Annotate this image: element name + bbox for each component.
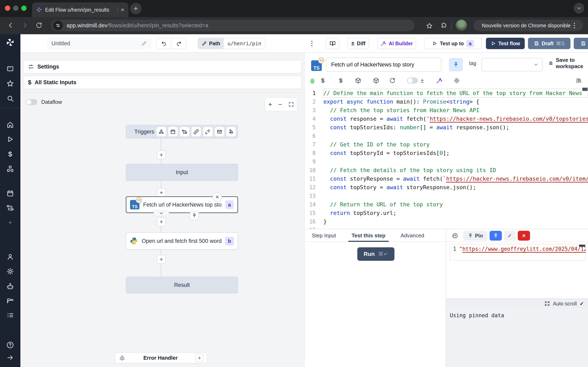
remove-step-icon[interactable]: × — [213, 192, 222, 202]
close-window-button[interactable] — [5, 6, 10, 11]
tab-close-icon[interactable]: × — [121, 6, 124, 13]
code-line[interactable]: // Return the URL of the top story — [323, 200, 588, 209]
event-trigger-icon[interactable] — [203, 127, 213, 136]
search-icon[interactable] — [6, 95, 14, 102]
profile-avatar[interactable] — [456, 20, 467, 31]
add-item-icon[interactable]: + — [8, 218, 12, 226]
fit-view-icon[interactable] — [288, 101, 294, 107]
site-info-icon[interactable] — [53, 21, 63, 30]
dataflow-toggle[interactable] — [26, 99, 37, 105]
diff-icon[interactable]: ± — [421, 77, 424, 84]
windmill-logo-icon[interactable] — [6, 38, 15, 47]
schedules-icon[interactable] — [6, 189, 14, 197]
bookmark-star-icon[interactable] — [426, 22, 433, 30]
flow-name-field[interactable]: Untitled — [47, 38, 151, 49]
input-node[interactable]: Input — [126, 164, 238, 181]
package-icon[interactable] — [355, 77, 361, 84]
ai-builder-button[interactable]: AI Builder — [377, 38, 416, 49]
code-line[interactable]: // Define the main function to fetch the… — [323, 89, 588, 98]
add-error-handler-icon[interactable]: + — [195, 354, 204, 362]
reload-icon[interactable] — [35, 22, 43, 30]
folders-icon[interactable] — [6, 297, 14, 305]
code-line[interactable]: const topStory = await storyResponse.jso… — [323, 183, 588, 192]
tab-advanced[interactable]: Advanced — [401, 229, 424, 242]
code-editor[interactable]: 1234567891011121314151617 // Define the … — [305, 87, 588, 229]
tag-select[interactable] — [481, 58, 543, 71]
code-line[interactable]: const response = await fetch('https://ha… — [323, 115, 588, 123]
schedule-trigger-icon[interactable] — [168, 127, 178, 136]
zoom-out-icon[interactable]: − — [278, 101, 282, 108]
add-step-button[interactable]: + — [157, 217, 166, 226]
code-line[interactable]: // Fetch the details of the top story us… — [323, 166, 588, 175]
poll-watch-trigger-icon[interactable] — [226, 127, 236, 136]
workers-icon[interactable] — [6, 283, 14, 290]
code-line[interactable]: return topStory.url; — [323, 209, 588, 217]
resources-icon[interactable] — [6, 165, 14, 173]
extensions-icon[interactable] — [440, 22, 447, 30]
code-line[interactable]: export async function main(): Promise<st… — [323, 98, 588, 106]
step-b-node[interactable]: Open url and fetch first 500 words of ..… — [126, 233, 238, 250]
result-node[interactable]: Result — [126, 277, 238, 293]
webhook-trigger-icon[interactable] — [156, 127, 166, 136]
tab-search-button[interactable] — [574, 3, 584, 13]
run-button[interactable]: Run ⌘↵ — [357, 247, 394, 261]
collapse-step-icon[interactable] — [154, 210, 169, 216]
code-line[interactable] — [323, 157, 588, 166]
workspace-switcher-icon[interactable] — [6, 65, 14, 73]
diff-button[interactable]: ± Diff — [347, 38, 369, 49]
accept-pin-button[interactable]: ✓ — [504, 231, 516, 241]
code-line[interactable] — [323, 192, 588, 200]
all-static-inputs-row[interactable]: $ All Static Inputs — [23, 76, 302, 89]
save-to-workspace-button[interactable]: Save to workspace — [549, 53, 588, 74]
code-line[interactable] — [323, 132, 588, 140]
redo-button[interactable] — [172, 38, 186, 49]
settings-gear-icon[interactable] — [6, 267, 14, 275]
undo-button[interactable] — [156, 38, 172, 49]
package-icon[interactable] — [373, 77, 379, 84]
test-flow-button[interactable]: Test flow — [486, 38, 525, 49]
auto-scroll-check-icon[interactable]: ✓ — [580, 301, 584, 307]
code-line[interactable]: const storyResponse = await fetch(`https… — [323, 175, 588, 183]
pin-step-button[interactable] — [449, 58, 463, 71]
history-icon[interactable] — [450, 231, 460, 241]
step-pin-icon[interactable] — [190, 211, 199, 220]
tab-step-input[interactable]: Step Input — [312, 229, 336, 242]
browser-tab[interactable]: Edit Flow u/henri/pin_results × — [32, 2, 129, 17]
code-line[interactable]: // Get the ID of the top story — [323, 140, 588, 149]
ai-wand-icon[interactable] — [436, 77, 443, 84]
code-line[interactable]: const topStoriesIds: number[] = await re… — [323, 123, 588, 132]
pinned-value-editor[interactable]: 1"https://www.geoffreylitt.com/2025/04/1… — [450, 244, 586, 261]
runs-icon[interactable] — [6, 135, 14, 143]
deploy-button[interactable]: Deploy — [574, 38, 588, 49]
step-title-input[interactable]: Fetch url of HackerNews top story — [326, 58, 441, 72]
reload-icon[interactable] — [389, 77, 396, 84]
minimize-window-button[interactable] — [13, 6, 18, 11]
zoom-window-button[interactable] — [21, 6, 26, 11]
code-line[interactable]: // Fetch the top stories from Hacker New… — [323, 106, 588, 115]
flows-icon[interactable] — [6, 204, 14, 212]
error-handler-node[interactable]: Error Handler + — [115, 352, 207, 363]
add-variable-icon[interactable]: $ — [321, 77, 325, 84]
test-up-to-button[interactable]: Test up to a — [424, 38, 482, 49]
zoom-in-icon[interactable]: + — [268, 101, 272, 108]
clear-pin-button[interactable]: × — [518, 231, 530, 241]
library-icon[interactable] — [576, 77, 582, 84]
tab-test-this-step[interactable]: Test this step — [352, 229, 385, 242]
edit-pencil-icon[interactable] — [141, 41, 147, 46]
editor-code[interactable]: // Define the main function to fetch the… — [323, 89, 588, 229]
docs-button[interactable] — [326, 38, 339, 49]
more-options-icon[interactable] — [311, 41, 312, 46]
favorites-star-icon[interactable] — [6, 80, 14, 87]
address-bar[interactable]: app.windmill.dev/flows/edit/u/henri/pin_… — [51, 20, 415, 31]
pin-editor-scrollbar[interactable] — [579, 245, 585, 247]
variables-icon[interactable]: $ — [8, 150, 12, 158]
add-resource-icon[interactable]: $ — [339, 77, 343, 84]
code-line[interactable] — [323, 226, 588, 229]
pin-active-button[interactable] — [490, 231, 502, 241]
pin-label-button[interactable]: Pin — [463, 231, 488, 241]
flow-settings-row[interactable]: Settings — [23, 60, 302, 73]
code-line[interactable]: } — [323, 217, 588, 226]
websocket-trigger-icon[interactable] — [191, 127, 201, 136]
http-route-trigger-icon[interactable] — [180, 127, 189, 136]
editor-toggle[interactable] — [407, 77, 418, 83]
